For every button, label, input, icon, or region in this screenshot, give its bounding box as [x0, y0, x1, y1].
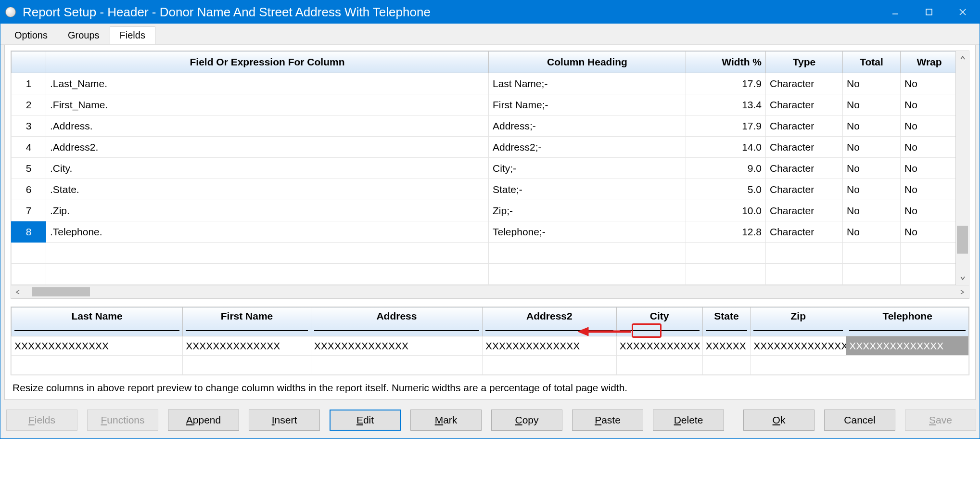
row-number[interactable]: 3 — [12, 115, 46, 137]
table-row[interactable]: 5.City.City;-9.0CharacterNoNo — [12, 158, 956, 179]
col-rownum-header[interactable] — [12, 51, 46, 73]
mark-button[interactable]: Mark — [410, 410, 482, 431]
row-number[interactable]: 2 — [12, 94, 46, 115]
fields-table[interactable]: Field Or Expression For Column Column He… — [11, 51, 955, 285]
col-heading-header[interactable]: Column Heading — [489, 51, 686, 73]
cell-width[interactable]: 13.4 — [686, 94, 766, 115]
cancel-button[interactable]: Cancel — [824, 410, 895, 431]
cell-width[interactable]: 17.9 — [686, 115, 766, 137]
h-scroll-thumb[interactable] — [32, 287, 90, 296]
preview-cell[interactable]: XXXXXXXXXXXXXX — [846, 336, 969, 356]
cell-heading[interactable]: Address2;- — [489, 137, 686, 158]
table-row-empty[interactable] — [12, 243, 956, 264]
cell-field[interactable]: .Address. — [46, 115, 489, 137]
row-number[interactable]: 6 — [12, 179, 46, 200]
cell-wrap[interactable]: No — [901, 94, 956, 115]
vertical-scrollbar[interactable] — [955, 51, 969, 285]
cell-type[interactable]: Character — [766, 179, 843, 200]
cell-type[interactable]: Character — [766, 221, 843, 243]
row-number[interactable]: 4 — [12, 137, 46, 158]
maximize-button[interactable] — [912, 0, 946, 24]
cell-type[interactable]: Character — [766, 158, 843, 179]
horizontal-scrollbar[interactable] — [11, 285, 969, 299]
preview-cell[interactable]: XXXXXXXXXXXX — [616, 336, 702, 356]
scroll-down-icon[interactable] — [956, 271, 969, 285]
cell-type[interactable]: Character — [766, 73, 843, 94]
minimize-button[interactable] — [878, 0, 912, 24]
preview-cell[interactable]: XXXXXXXXXXXXXX — [12, 336, 183, 356]
cell-field[interactable]: .Last_Name. — [46, 73, 489, 94]
cell-width[interactable]: 9.0 — [686, 158, 766, 179]
row-number[interactable]: 1 — [12, 73, 46, 94]
cell-wrap[interactable]: No — [901, 158, 956, 179]
cell-heading[interactable]: Last Name;- — [489, 73, 686, 94]
col-total-header[interactable]: Total — [843, 51, 901, 73]
preview-cell-empty[interactable] — [483, 356, 617, 375]
cell-wrap[interactable]: No — [901, 137, 956, 158]
preview-cell-empty[interactable] — [751, 356, 846, 375]
cell-width[interactable]: 14.0 — [686, 137, 766, 158]
cell-field[interactable]: .Zip. — [46, 200, 489, 221]
table-row[interactable]: 3.Address.Address;-17.9CharacterNoNo — [12, 115, 956, 137]
row-number[interactable]: 8 — [12, 221, 46, 243]
cell-total[interactable]: No — [843, 200, 901, 221]
cell-wrap[interactable]: No — [901, 179, 956, 200]
edit-button[interactable]: Edit — [330, 410, 401, 431]
tab-options[interactable]: Options — [4, 26, 58, 44]
preview-cell-empty[interactable] — [702, 356, 751, 375]
cell-type[interactable]: Character — [766, 200, 843, 221]
save-button[interactable]: Save — [905, 410, 976, 431]
col-width-header[interactable]: Width % — [686, 51, 766, 73]
tab-groups[interactable]: Groups — [58, 26, 110, 44]
preview-cell-empty[interactable] — [616, 356, 702, 375]
table-row[interactable]: 6.State.State;-5.0CharacterNoNo — [12, 179, 956, 200]
tab-fields[interactable]: Fields — [110, 26, 155, 44]
preview-col-header[interactable]: Zip — [751, 308, 846, 336]
report-preview[interactable]: Last NameFirst NameAddressAddress2CitySt… — [11, 307, 969, 375]
append-button[interactable]: Append — [168, 410, 239, 431]
preview-cell-empty[interactable] — [311, 356, 482, 375]
cell-total[interactable]: No — [843, 179, 901, 200]
table-row[interactable]: 7.Zip.Zip;-10.0CharacterNoNo — [12, 200, 956, 221]
cell-field[interactable]: .Address2. — [46, 137, 489, 158]
cell-type[interactable]: Character — [766, 94, 843, 115]
scroll-left-icon[interactable] — [11, 289, 25, 295]
insert-button[interactable]: Insert — [249, 410, 320, 431]
cell-heading[interactable]: State;- — [489, 179, 686, 200]
cell-width[interactable]: 5.0 — [686, 179, 766, 200]
preview-cell[interactable]: XXXXXX — [702, 336, 751, 356]
preview-col-header[interactable]: Address — [311, 308, 482, 336]
row-number[interactable]: 7 — [12, 200, 46, 221]
table-row[interactable]: 1.Last_Name.Last Name;-17.9CharacterNoNo — [12, 73, 956, 94]
preview-col-header[interactable]: City — [616, 308, 702, 336]
col-wrap-header[interactable]: Wrap — [901, 51, 956, 73]
cell-wrap[interactable]: No — [901, 200, 956, 221]
scroll-up-icon[interactable] — [956, 51, 969, 64]
cell-total[interactable]: No — [843, 137, 901, 158]
cell-field[interactable]: .First_Name. — [46, 94, 489, 115]
functions-button[interactable]: Functions — [87, 410, 158, 431]
cell-heading[interactable]: City;- — [489, 158, 686, 179]
cell-total[interactable]: No — [843, 221, 901, 243]
cell-width[interactable]: 12.8 — [686, 221, 766, 243]
preview-cell-empty[interactable] — [846, 356, 969, 375]
table-row[interactable]: 2.First_Name.First Name;-13.4CharacterNo… — [12, 94, 956, 115]
row-number[interactable]: 5 — [12, 158, 46, 179]
cell-field[interactable]: .City. — [46, 158, 489, 179]
preview-cell[interactable]: XXXXXXXXXXXXXX — [483, 336, 617, 356]
ok-button[interactable]: Ok — [743, 410, 815, 431]
scroll-thumb[interactable] — [957, 226, 968, 254]
preview-col-header[interactable]: Address2 — [483, 308, 617, 336]
cell-type[interactable]: Character — [766, 115, 843, 137]
paste-button[interactable]: Paste — [572, 410, 643, 431]
preview-cell-empty[interactable] — [183, 356, 311, 375]
cell-heading[interactable]: Telephone;- — [489, 221, 686, 243]
preview-col-header[interactable]: Last Name — [12, 308, 183, 336]
delete-button[interactable]: Delete — [653, 410, 724, 431]
table-row-empty[interactable] — [12, 264, 956, 285]
cell-heading[interactable]: Zip;- — [489, 200, 686, 221]
preview-col-header[interactable]: First Name — [183, 308, 311, 336]
cell-field[interactable]: .State. — [46, 179, 489, 200]
col-type-header[interactable]: Type — [766, 51, 843, 73]
preview-cell[interactable]: XXXXXXXXXXXXXX — [183, 336, 311, 356]
